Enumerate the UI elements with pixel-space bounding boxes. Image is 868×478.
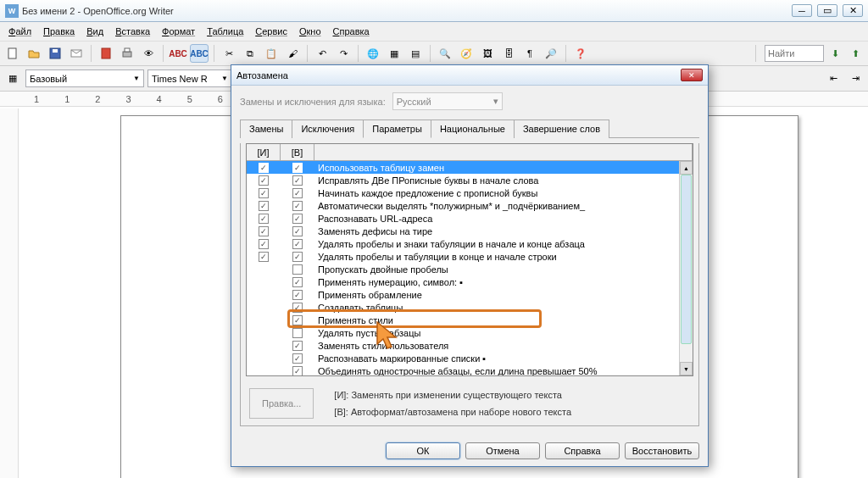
find-icon[interactable]: 🔍 — [436, 44, 454, 63]
checkbox-v[interactable]: ✓ — [292, 188, 303, 198]
print-icon[interactable] — [118, 44, 136, 63]
checkbox-v[interactable]: ✓ — [292, 214, 303, 224]
nonprint-icon[interactable]: ¶ — [520, 44, 539, 63]
checkbox-v[interactable]: ✓ — [292, 315, 303, 325]
brush-icon[interactable]: 🖌 — [283, 44, 302, 63]
datasource-icon[interactable]: 🗄 — [499, 44, 518, 63]
checkbox-v[interactable]: ✓ — [292, 239, 303, 249]
menu-view[interactable]: Вид — [81, 25, 108, 38]
link-icon[interactable]: 🌐 — [364, 44, 382, 63]
new-doc-icon[interactable] — [3, 44, 22, 63]
minimize-button[interactable]: ─ — [792, 4, 812, 17]
option-row[interactable]: ✓✓Удалять пробелы и знаки табуляции в на… — [247, 237, 679, 250]
scroll-thumb[interactable] — [681, 175, 692, 344]
checkbox-v[interactable]: ✓ — [292, 341, 303, 351]
checkbox-i[interactable]: ✓ — [259, 214, 269, 224]
option-row[interactable]: ✓Распознавать маркированные списки ▪ — [247, 352, 679, 364]
style-combo[interactable]: Базовый▼ — [25, 69, 144, 87]
indent-inc-icon[interactable]: ⇥ — [846, 69, 865, 88]
options-list[interactable]: [И] [В] ✓✓Использовать таблицу замен✓✓Ис… — [246, 143, 693, 376]
copy-icon[interactable]: ⧉ — [241, 44, 259, 63]
lang-combo[interactable]: Русский▾ — [392, 92, 503, 110]
option-row[interactable]: ✓Создавать таблицы — [247, 301, 679, 314]
menu-edit[interactable]: Правка — [38, 25, 80, 38]
find-next-icon[interactable]: ⬇ — [826, 44, 844, 63]
preview-icon[interactable]: 👁 — [139, 44, 158, 63]
scroll-down-icon[interactable]: ▼ — [680, 362, 693, 375]
checkbox-v[interactable]: ✓ — [292, 277, 303, 287]
checkbox-v[interactable]: ✓ — [292, 290, 303, 300]
close-icon[interactable]: ✕ — [681, 69, 703, 81]
tab-exceptions[interactable]: Исключения — [292, 119, 364, 138]
indent-dec-icon[interactable]: ⇤ — [824, 69, 843, 88]
scroll-up-icon[interactable]: ▲ — [680, 161, 693, 175]
help-button[interactable]: Справка — [545, 442, 620, 459]
checkbox-v[interactable] — [292, 264, 303, 275]
option-row[interactable]: ✓Применять нумерацию, символ: ▪ — [247, 275, 679, 288]
option-row[interactable]: Удалять пустые абзацы — [247, 326, 679, 339]
option-row[interactable]: ✓Объединять однострочные абзацы, если дл… — [247, 364, 679, 375]
undo-icon[interactable]: ↶ — [313, 44, 331, 63]
checkbox-v[interactable]: ✓ — [292, 226, 303, 236]
styles-icon[interactable]: ▦ — [3, 69, 22, 88]
close-window-button[interactable]: ✕ — [843, 4, 863, 17]
checkbox-v[interactable]: ✓ — [292, 303, 303, 313]
checkbox-v[interactable]: ✓ — [292, 366, 303, 376]
paste-icon[interactable]: 📋 — [262, 44, 281, 63]
menu-table[interactable]: Таблица — [202, 25, 248, 38]
scrollbar[interactable]: ▲ ▼ — [679, 161, 693, 375]
cancel-button[interactable]: Отмена — [465, 442, 540, 459]
find-input[interactable] — [765, 45, 824, 62]
maximize-button[interactable]: ▭ — [817, 4, 837, 17]
save-icon[interactable] — [46, 44, 64, 63]
checkbox-i[interactable]: ✓ — [259, 252, 269, 262]
tab-localized[interactable]: Национальные — [431, 119, 515, 138]
menu-insert[interactable]: Вставка — [110, 25, 155, 38]
spellcheck-icon[interactable]: ABC — [169, 44, 187, 63]
checkbox-v[interactable]: ✓ — [292, 252, 303, 262]
menu-file[interactable]: Файл — [3, 25, 36, 38]
checkbox-v[interactable]: ✓ — [292, 201, 303, 211]
inserttable-icon[interactable]: ▤ — [406, 44, 425, 63]
checkbox-v[interactable] — [292, 328, 303, 338]
checkbox-v[interactable]: ✓ — [292, 353, 303, 364]
menu-format[interactable]: Формат — [157, 25, 200, 38]
navigator-icon[interactable]: 🧭 — [457, 44, 476, 63]
font-combo[interactable]: Times New R▼ — [147, 69, 232, 87]
checkbox-i[interactable]: ✓ — [259, 163, 269, 173]
checkbox-i[interactable]: ✓ — [259, 226, 269, 236]
tab-replace[interactable]: Замены — [240, 119, 292, 138]
option-row[interactable]: ✓✓Начинать каждое предложение с прописно… — [247, 186, 679, 199]
open-icon[interactable] — [25, 44, 43, 63]
option-row[interactable]: ✓✓Автоматически выделять *полужирным* и … — [247, 199, 679, 212]
checkbox-i[interactable]: ✓ — [259, 175, 269, 186]
option-row[interactable]: ✓Применять обрамление — [247, 288, 679, 301]
cut-icon[interactable]: ✂ — [220, 44, 238, 63]
checkbox-i[interactable]: ✓ — [259, 201, 269, 211]
checkbox-i[interactable]: ✓ — [259, 188, 269, 198]
tab-options[interactable]: Параметры — [363, 119, 431, 138]
table-icon[interactable]: ▦ — [385, 44, 403, 63]
option-row[interactable]: ✓✓Исправлять ДВе ПРописные буквы в начал… — [247, 174, 679, 186]
pdf-icon[interactable] — [97, 44, 115, 63]
ok-button[interactable]: ОК — [386, 442, 460, 459]
checkbox-i[interactable]: ✓ — [259, 239, 269, 249]
option-row[interactable]: ✓✓Удалять пробелы и табуляции в конце и … — [247, 250, 679, 263]
option-row[interactable]: ✓Применять стили — [247, 314, 679, 326]
gallery-icon[interactable]: 🖼 — [478, 44, 497, 63]
tab-wordcompletion[interactable]: Завершение слов — [514, 119, 609, 138]
zoom-icon[interactable]: 🔎 — [542, 44, 560, 63]
option-row[interactable]: Пропускать двойные пробелы — [247, 263, 679, 275]
option-row[interactable]: ✓✓Использовать таблицу замен — [247, 161, 679, 174]
option-row[interactable]: ✓Заменять стили пользователя — [247, 339, 679, 352]
mail-icon[interactable] — [67, 44, 86, 63]
find-prev-icon[interactable]: ⬆ — [846, 44, 865, 63]
menu-help[interactable]: Справка — [328, 25, 375, 38]
help-icon[interactable]: ❓ — [571, 44, 590, 63]
reset-button[interactable]: Восстановить — [625, 442, 699, 459]
menu-tools[interactable]: Сервис — [250, 25, 292, 38]
redo-icon[interactable]: ↷ — [334, 44, 353, 63]
autospell-icon[interactable]: ABC — [190, 44, 209, 63]
option-row[interactable]: ✓✓Заменять дефисы на тире — [247, 225, 679, 237]
menu-window[interactable]: Окно — [294, 25, 326, 38]
